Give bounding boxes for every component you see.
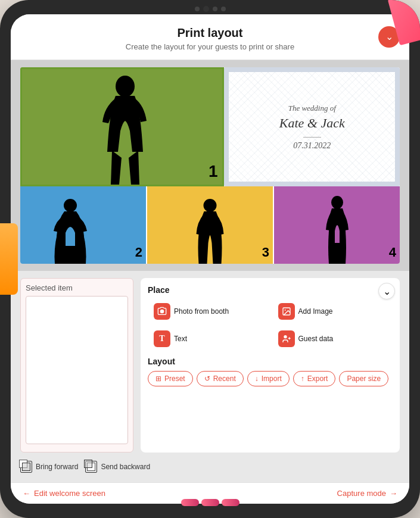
photo-booth-label: Photo from booth [174,307,229,316]
notch-dot-2 [213,7,217,11]
deco-dot-1 [181,499,199,506]
chevron-down-icon-2: ⌄ [383,286,391,297]
chevron-down-icon: ⌄ [385,32,393,42]
tablet-screen: Print layout Create the layout for your … [11,14,409,504]
layout-section: Layout ⊞ Preset ↺ Recent ↓ [148,357,393,386]
arrow-left-icon [23,489,30,498]
photo-cell-4[interactable]: 4 [274,186,400,264]
tablet-frame: Print layout Create the layout for your … [0,0,420,518]
export-button[interactable]: ↑ Export [293,371,336,386]
preset-icon: ⊞ [155,375,161,383]
photo-booth-icon [154,303,170,320]
place-grid: Photo from booth Add Image T [148,299,393,351]
guest-data-button[interactable]: Guest data [272,327,393,351]
page-subtitle: Create the layout for your guests to pri… [20,42,400,51]
svg-point-0 [116,76,135,97]
bring-forward-icon [20,461,32,473]
forward-nav-link[interactable]: Capture mode [337,489,397,498]
deco-wave-bottom [181,499,239,506]
silhouette-man-1 [95,74,155,185]
bring-forward-label: Bring forward [36,463,78,471]
deco-dot-2 [201,499,219,506]
photo-cell-1[interactable]: 1 [20,67,224,186]
arrow-right-icon [390,489,397,498]
forward-nav-label: Capture mode [337,489,386,498]
notch-camera [203,6,209,12]
add-image-label: Add Image [298,307,333,316]
svg-point-7 [284,310,285,311]
import-label: Import [262,375,282,383]
preset-button[interactable]: ⊞ Preset [148,371,193,386]
canvas-bottom-row: 2 3 [20,186,400,264]
place-expand-button[interactable]: ⌄ [378,283,395,299]
photo-cell-2[interactable]: 2 [20,186,146,264]
guest-data-label: Guest data [298,335,334,343]
silhouette-woman-2 [52,198,88,264]
selected-item-label: Selected item [26,283,128,292]
notch-dot-3 [221,7,226,11]
preset-label: Preset [164,375,185,383]
wedding-card-date: 07.31.2022 [293,141,331,151]
recent-icon: ↺ [204,375,210,383]
text-label: Text [174,335,187,343]
cell-number-1: 1 [209,162,218,181]
selected-item-content [26,296,128,444]
text-button[interactable]: T Text [148,327,269,351]
layout-buttons: ⊞ Preset ↺ Recent ↓ Import [148,371,393,386]
svg-point-3 [331,196,343,209]
canvas-area: 1 The wedding of Kate & Jack 07.31.2022 [11,60,409,271]
controls-top: Selected item ⌄ Place [20,278,400,453]
cell-number-4: 4 [389,245,396,260]
guest-data-icon [278,330,295,347]
svg-point-8 [284,335,287,338]
send-backward-label: Send backward [101,463,150,471]
layout-section-title: Layout [148,357,393,366]
send-backward-button[interactable]: Send backward [85,461,150,473]
layer-controls: Bring forward Send backward [20,458,400,475]
wedding-card-line1: The wedding of [288,104,336,113]
canvas-content: 1 The wedding of Kate & Jack 07.31.2022 [20,67,400,264]
add-image-icon [278,303,295,320]
cell-number-2: 2 [135,245,142,260]
svg-point-5 [160,310,163,313]
canvas-top-row: 1 The wedding of Kate & Jack 07.31.2022 [20,67,400,186]
wedding-card-names: Kate & Jack [279,116,345,131]
recent-button[interactable]: ↺ Recent [197,371,244,386]
deco-dot-3 [222,499,239,506]
wedding-card: The wedding of Kate & Jack 07.31.2022 [224,67,400,186]
silhouette-man-3 [194,198,226,264]
selected-item-box: Selected item [20,278,133,453]
place-section-title: Place [148,285,393,295]
export-label: Export [307,375,328,383]
recent-label: Recent [213,375,236,383]
back-nav-label: Edit welcome screen [34,489,105,498]
place-panel: ⌄ Place Photo from booth [141,278,400,453]
page-header: Print layout Create the layout for your … [11,14,409,60]
send-backward-icon [85,461,97,473]
import-button[interactable]: ↓ Import [247,371,290,386]
paper-size-button[interactable]: Paper size [339,371,388,386]
import-icon: ↓ [255,375,259,383]
wedding-divider [303,137,321,138]
photo-from-booth-button[interactable]: Photo from booth [148,299,269,323]
svg-point-1 [64,199,77,212]
svg-point-2 [203,199,216,212]
deco-bar-left [0,223,18,295]
back-nav-link[interactable]: Edit welcome screen [23,489,105,498]
add-image-button[interactable]: Add Image [272,299,393,323]
paper-size-label: Paper size [347,375,381,383]
silhouette-woman-4 [323,195,351,264]
page-title: Print layout [20,26,400,40]
export-icon: ↑ [301,375,304,383]
cell-number-3: 3 [262,245,269,260]
bring-forward-button[interactable]: Bring forward [20,461,78,473]
controls-panel: Selected item ⌄ Place [11,271,409,482]
notch-dot-1 [195,7,200,11]
photo-cell-3[interactable]: 3 [147,186,273,264]
text-icon: T [154,330,170,347]
